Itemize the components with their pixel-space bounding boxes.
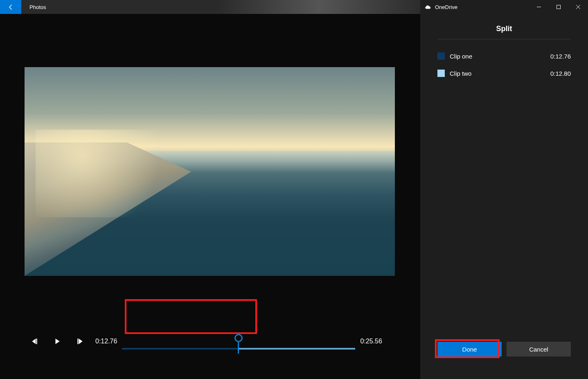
cancel-button[interactable]: Cancel: [507, 342, 571, 356]
video-preview[interactable]: [25, 67, 395, 276]
current-time-label: 0:12.76: [95, 338, 117, 345]
timeline-track[interactable]: [122, 329, 355, 354]
step-forward-button[interactable]: [77, 338, 84, 345]
play-button[interactable]: [54, 338, 61, 345]
clip-name: Clip two: [450, 70, 545, 77]
clip-swatch: [437, 70, 445, 77]
total-time-label: 0:25.56: [360, 338, 382, 345]
window-minimize-button[interactable]: [529, 0, 549, 14]
cloud-sync-indicator[interactable]: OneDrive: [420, 4, 463, 10]
svg-rect-7: [77, 338, 78, 344]
close-icon: [576, 5, 580, 9]
step-back-button[interactable]: [31, 338, 38, 345]
svg-marker-8: [79, 338, 83, 344]
clip-duration: 0:12.76: [550, 53, 571, 60]
cloud-icon: [424, 5, 432, 9]
arrow-left-icon: [7, 4, 14, 11]
panel-title: Split: [420, 25, 588, 33]
svg-marker-4: [32, 338, 36, 344]
window-maximize-button[interactable]: [549, 0, 568, 14]
window-close-button[interactable]: [568, 0, 588, 14]
step-back-icon: [31, 338, 38, 345]
timeline-controls: 0:12.76 0:25.56: [0, 321, 420, 362]
titlebar: Photos OneDrive: [0, 0, 588, 14]
back-button[interactable]: [0, 0, 21, 14]
cloud-label: OneDrive: [435, 4, 457, 10]
svg-rect-1: [557, 5, 561, 9]
minimize-icon: [537, 5, 541, 9]
app-title: Photos: [21, 0, 54, 14]
split-handle[interactable]: [234, 334, 243, 354]
play-icon: [54, 338, 61, 345]
clip-row[interactable]: Clip one 0:12.76: [420, 47, 588, 65]
done-button[interactable]: Done: [437, 342, 502, 356]
split-panel: Split Clip one 0:12.76 Clip two 0:12.80 …: [420, 14, 588, 379]
editor-pane: 0:12.76 0:25.56: [0, 14, 420, 379]
clip-swatch: [437, 52, 445, 60]
maximize-icon: [556, 5, 561, 9]
svg-rect-5: [36, 338, 37, 344]
clip-name: Clip one: [450, 53, 545, 60]
clip-duration: 0:12.80: [550, 70, 571, 77]
svg-marker-6: [56, 338, 60, 344]
clip-row[interactable]: Clip two 0:12.80: [420, 65, 588, 82]
step-forward-icon: [77, 338, 84, 345]
